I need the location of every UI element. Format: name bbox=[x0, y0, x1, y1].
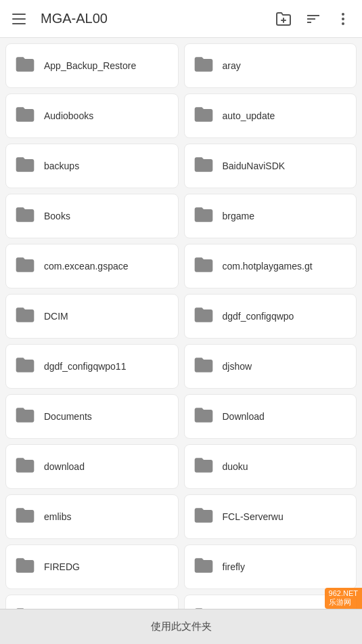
folder-icon bbox=[14, 555, 36, 579]
folder-item[interactable]: Audiobooks bbox=[5, 93, 179, 138]
folder-name: djshow bbox=[223, 360, 252, 372]
folder-name: BaiduNaviSDK bbox=[223, 160, 286, 172]
folder-name: firefly bbox=[223, 561, 245, 573]
folder-icon bbox=[14, 254, 36, 278]
sort-icon bbox=[305, 11, 321, 27]
folder-icon bbox=[193, 505, 214, 529]
folder-item[interactable]: App_Backup_Restore bbox=[5, 43, 179, 88]
folder-item[interactable]: auto_update bbox=[184, 93, 357, 138]
menu-button[interactable] bbox=[5, 5, 32, 33]
hamburger-icon bbox=[12, 14, 26, 24]
folder-name: duoku bbox=[223, 460, 248, 473]
folder-item[interactable]: emlibs bbox=[5, 494, 179, 539]
folder-item[interactable]: BaiduNaviSDK bbox=[184, 144, 357, 188]
folder-icon bbox=[14, 204, 36, 228]
folder-grid: App_Backup_Restore aray Audiobooks auto_… bbox=[0, 38, 362, 644]
app-bar-title: MGA-AL00 bbox=[41, 11, 270, 26]
folder-icon bbox=[14, 505, 36, 529]
bottom-bar[interactable]: 使用此文件夹 bbox=[0, 609, 362, 644]
folder-name: dgdf_configqwpo bbox=[223, 310, 294, 322]
folder-item[interactable]: djshow bbox=[184, 344, 357, 389]
more-options-button[interactable] bbox=[330, 5, 357, 33]
folder-name: Audiobooks bbox=[44, 110, 93, 122]
folder-name: Books bbox=[44, 210, 70, 222]
folder-icon bbox=[193, 304, 214, 328]
folder-name: App_Backup_Restore bbox=[44, 60, 136, 72]
more-vert-icon bbox=[335, 11, 351, 27]
folder-item[interactable]: DCIM bbox=[5, 294, 179, 339]
folder-name: download bbox=[44, 460, 85, 473]
folder-item[interactable]: Download bbox=[184, 394, 357, 439]
app-bar: MGA-AL00 bbox=[0, 0, 362, 38]
watermark: 962.NET乐游网 bbox=[325, 588, 362, 609]
folder-item[interactable]: aray bbox=[184, 43, 357, 88]
folder-name: FCL-Serverwu bbox=[223, 511, 284, 523]
folder-name: Download bbox=[223, 410, 265, 423]
svg-point-3 bbox=[342, 18, 344, 20]
folder-icon bbox=[193, 53, 214, 78]
folder-icon bbox=[14, 304, 36, 328]
folder-name: Documents bbox=[44, 410, 92, 423]
folder-icon bbox=[193, 454, 214, 479]
folder-icon bbox=[193, 154, 214, 178]
svg-point-2 bbox=[342, 13, 344, 16]
folder-name: brgame bbox=[223, 210, 254, 222]
folder-item[interactable]: dgdf_configqwpo11 bbox=[5, 344, 179, 389]
folder-item[interactable]: com.hotplaygames.gt bbox=[184, 244, 357, 288]
folder-icon bbox=[14, 454, 36, 479]
folder-item[interactable]: firefly bbox=[184, 544, 357, 589]
folder-name: com.excean.gspace bbox=[44, 260, 129, 272]
folder-name: FIREDG bbox=[44, 561, 80, 573]
sort-button[interactable] bbox=[300, 5, 327, 33]
folder-item[interactable]: duoku bbox=[184, 444, 357, 489]
folder-icon bbox=[14, 154, 36, 178]
folder-name: dgdf_configqwpo11 bbox=[44, 360, 126, 372]
folder-item[interactable]: com.excean.gspace bbox=[5, 244, 179, 288]
svg-point-4 bbox=[342, 22, 344, 25]
folder-name: aray bbox=[223, 60, 241, 72]
folder-item[interactable]: Documents bbox=[5, 394, 179, 439]
folder-item[interactable]: dgdf_configqwpo bbox=[184, 294, 357, 339]
folder-name: backups bbox=[44, 160, 79, 172]
folder-icon bbox=[193, 555, 214, 579]
folder-name: com.hotplaygames.gt bbox=[223, 260, 313, 272]
bottom-bar-label: 使用此文件夹 bbox=[151, 620, 212, 633]
folder-item[interactable]: FIREDG bbox=[5, 544, 179, 589]
folder-item[interactable]: backups bbox=[5, 144, 179, 188]
folder-icon bbox=[193, 254, 214, 278]
folder-item[interactable]: FCL-Serverwu bbox=[184, 494, 357, 539]
folder-icon bbox=[193, 404, 214, 429]
folder-item[interactable]: download bbox=[5, 444, 179, 489]
folder-icon bbox=[193, 354, 214, 379]
folder-icon bbox=[14, 354, 36, 379]
folder-name: emlibs bbox=[44, 511, 71, 523]
folder-item[interactable]: Books bbox=[5, 194, 179, 238]
folder-name: DCIM bbox=[44, 310, 68, 322]
folder-name: auto_update bbox=[223, 110, 275, 122]
add-folder-icon bbox=[275, 11, 292, 27]
folder-icon bbox=[193, 104, 214, 128]
add-folder-button[interactable] bbox=[270, 5, 297, 33]
folder-icon bbox=[193, 204, 214, 228]
folder-item[interactable]: brgame bbox=[184, 194, 357, 238]
folder-icon bbox=[14, 104, 36, 128]
app-bar-actions bbox=[270, 5, 357, 33]
folder-icon bbox=[14, 404, 36, 429]
folder-icon bbox=[14, 53, 36, 78]
